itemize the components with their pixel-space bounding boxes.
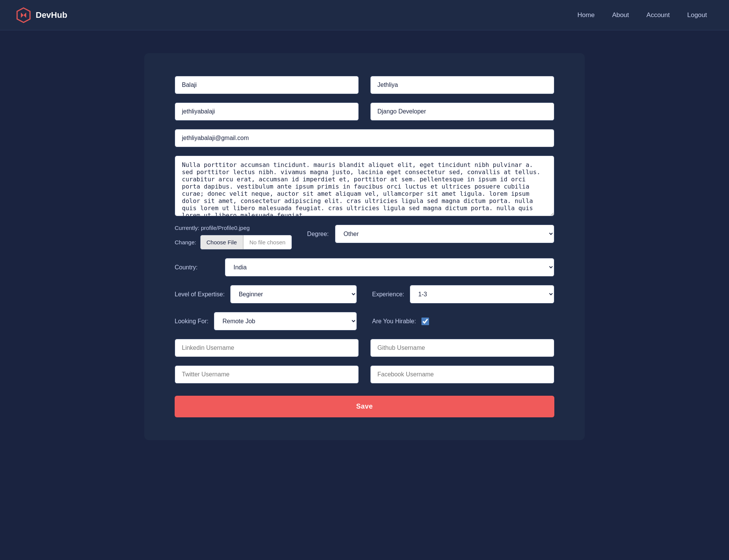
country-field: India USA UK Canada Australia Germany Fr…	[225, 258, 554, 277]
linkedin-input[interactable]	[175, 339, 359, 357]
nav-account[interactable]: Account	[640, 8, 677, 22]
username-group	[175, 102, 359, 121]
username-title-row	[175, 102, 554, 121]
nav-home[interactable]: Home	[571, 8, 601, 22]
hirable-group: Are You Hirable:	[372, 318, 554, 325]
email-group	[175, 129, 554, 147]
file-input-wrapper: Choose File No file chosen	[200, 235, 292, 250]
save-button[interactable]: Save	[175, 396, 554, 417]
name-row	[175, 76, 554, 94]
change-row: Change: Choose File No file chosen	[175, 235, 292, 250]
brand-logo-link[interactable]: DevHub	[15, 7, 67, 24]
brand-name: DevHub	[36, 10, 67, 20]
country-row: Country: India USA UK Canada Australia G…	[175, 258, 554, 277]
last-name-group	[370, 76, 554, 94]
file-left: Currently: profile/Profile0.jpeg Change:…	[175, 225, 292, 250]
email-input[interactable]	[175, 129, 554, 147]
nav-links: Home About Account Logout	[571, 8, 714, 22]
first-name-group	[175, 76, 359, 94]
experience-select[interactable]: 1-3 3-5 5-10 10+	[410, 285, 555, 304]
last-name-input[interactable]	[370, 76, 554, 94]
experience-label: Experience:	[372, 291, 404, 298]
expertise-group: Level of Expertise: Beginner Intermediat…	[175, 285, 357, 304]
hirable-label: Are You Hirable:	[372, 318, 416, 325]
looking-group: Looking For: Remote Job On-site Job Free…	[175, 312, 357, 330]
degree-section: Degree: Other High School Bachelor Maste…	[307, 225, 554, 243]
choose-file-button[interactable]: Choose File	[200, 235, 243, 249]
facebook-group	[370, 365, 554, 384]
title-group	[370, 102, 554, 121]
facebook-input[interactable]	[370, 365, 554, 384]
github-group	[370, 339, 554, 357]
expertise-experience-row: Level of Expertise: Beginner Intermediat…	[175, 285, 554, 304]
looking-select[interactable]: Remote Job On-site Job Freelance Interns…	[214, 312, 357, 330]
devhub-logo-icon	[15, 7, 32, 24]
linkedin-group	[175, 339, 359, 357]
experience-group: Experience: 1-3 3-5 5-10 10+	[372, 285, 554, 304]
social-row-1	[175, 339, 554, 357]
file-name-display: No file chosen	[243, 235, 292, 249]
twitter-group	[175, 365, 359, 384]
title-input[interactable]	[370, 102, 554, 121]
social-row-2	[175, 365, 554, 384]
hirable-checkbox[interactable]	[421, 318, 429, 325]
profile-form-card: Nulla porttitor accumsan tincidunt. maur…	[144, 53, 585, 440]
github-input[interactable]	[370, 339, 554, 357]
country-label: Country:	[175, 264, 220, 271]
file-degree-section: Currently: profile/Profile0.jpeg Change:…	[175, 225, 554, 250]
bio-group: Nulla porttitor accumsan tincidunt. maur…	[175, 156, 554, 216]
first-name-input[interactable]	[175, 76, 359, 94]
change-label: Change:	[175, 239, 196, 245]
expertise-label: Level of Expertise:	[175, 291, 225, 298]
bio-row: Nulla porttitor accumsan tincidunt. maur…	[175, 156, 554, 216]
username-input[interactable]	[175, 102, 359, 121]
looking-hirable-row: Looking For: Remote Job On-site Job Free…	[175, 312, 554, 330]
navbar: DevHub Home About Account Logout	[0, 0, 729, 30]
nav-about[interactable]: About	[605, 8, 636, 22]
currently-label: Currently: profile/Profile0.jpeg	[175, 225, 292, 231]
twitter-input[interactable]	[175, 365, 359, 384]
bio-textarea[interactable]: Nulla porttitor accumsan tincidunt. maur…	[175, 156, 554, 216]
nav-logout[interactable]: Logout	[680, 8, 714, 22]
country-select[interactable]: India USA UK Canada Australia Germany Fr…	[225, 258, 554, 277]
degree-select[interactable]: Other High School Bachelor Master PhD	[335, 225, 554, 243]
email-row	[175, 129, 554, 147]
looking-label: Looking For:	[175, 318, 208, 325]
degree-label: Degree:	[307, 231, 329, 238]
expertise-select[interactable]: Beginner Intermediate Advanced Expert	[230, 285, 357, 304]
main-wrapper: Nulla porttitor accumsan tincidunt. maur…	[0, 30, 729, 463]
